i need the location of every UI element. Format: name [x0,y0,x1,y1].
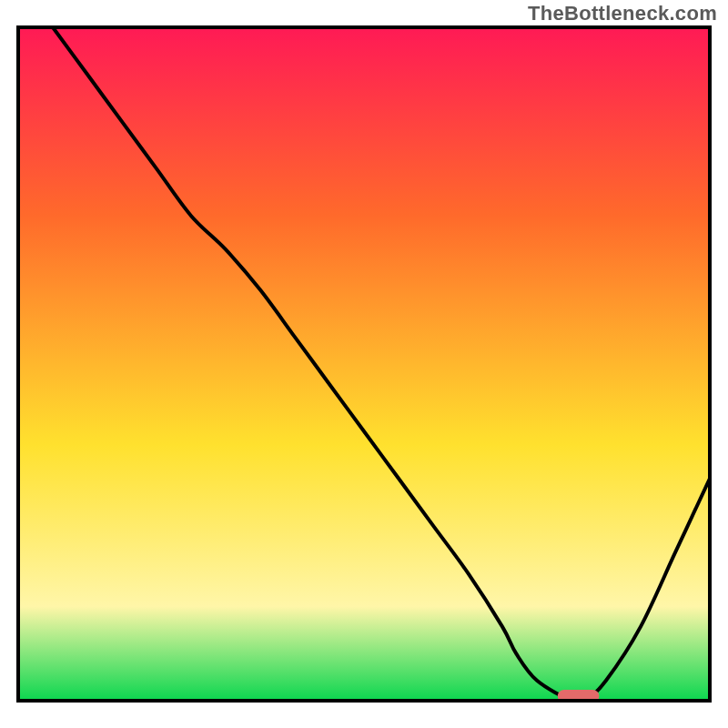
bottleneck-chart-svg [0,0,728,728]
plot-background [18,27,710,701]
watermark-text: TheBottleneck.com [528,2,717,25]
chart-host: TheBottleneck.com [0,0,728,728]
